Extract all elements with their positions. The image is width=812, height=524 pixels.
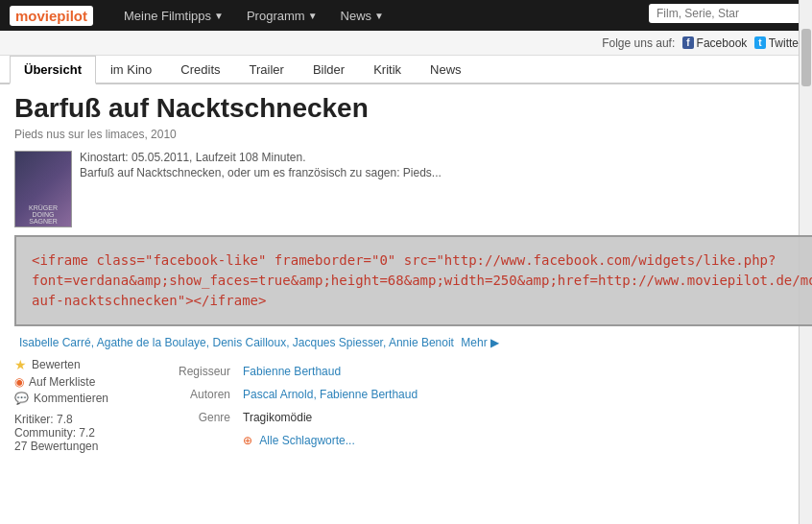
star-icon: ★ bbox=[14, 357, 27, 372]
nav-programm[interactable]: Programm ▼ bbox=[235, 0, 329, 31]
main-nav: Meine Filmtipps ▼ Programm ▼ News ▼ bbox=[112, 0, 395, 31]
regisseur-value: Fabienne Berthaud bbox=[243, 365, 418, 384]
bottom-section: ★ Bewerten ◉ Auf Merkliste 💬 Kommentiere… bbox=[14, 357, 812, 453]
cast-section: Isabelle Carré, Agathe de la Boulaye, De… bbox=[14, 336, 812, 349]
iframe-code-overlay: <iframe class="facebook-like" frameborde… bbox=[14, 235, 812, 326]
kinostart-text: Kinostart: 05.05.2011, Laufzeit 108 Minu… bbox=[80, 151, 442, 164]
social-bar: Folge uns auf: f Facebook t Twitter bbox=[0, 31, 812, 56]
comment-icon: 💬 bbox=[14, 392, 29, 405]
bewertungen-count: 27 Bewertungen bbox=[14, 440, 130, 453]
site-logo[interactable]: moviepilot bbox=[10, 6, 93, 26]
schlagworte-link[interactable]: Alle Schlagworte... bbox=[259, 434, 354, 447]
movie-poster: KRÜGER DOING SAGNER bbox=[14, 151, 72, 227]
nav-news[interactable]: News ▼ bbox=[329, 0, 395, 31]
details-grid: Regisseur Fabienne Berthaud Autoren Pasc… bbox=[139, 365, 418, 453]
regisseur-label: Regisseur bbox=[139, 365, 235, 384]
chevron-down-icon: ▼ bbox=[308, 11, 318, 21]
autoren-label: Autoren bbox=[139, 388, 235, 407]
bewerten-button[interactable]: ★ Bewerten bbox=[14, 357, 130, 372]
facebook-icon: f bbox=[682, 36, 693, 49]
cast-more-link[interactable]: Mehr ▶ bbox=[461, 336, 499, 349]
genre-label: Genre bbox=[139, 411, 235, 430]
tab-credits[interactable]: Credits bbox=[166, 56, 234, 84]
tab-ubersicht[interactable]: Übersicht bbox=[10, 56, 96, 84]
tab-kritik[interactable]: Kritik bbox=[359, 56, 416, 84]
kommentieren-button[interactable]: 💬 Kommentieren bbox=[14, 392, 130, 405]
tab-bilder[interactable]: Bilder bbox=[299, 56, 359, 84]
community-rating: Community: 7.2 bbox=[14, 426, 130, 440]
movie-title: Barfuß auf Nacktschnecken bbox=[14, 94, 812, 124]
facebook-link[interactable]: f Facebook bbox=[682, 36, 747, 50]
left-content: Barfuß auf Nacktschnecken Pieds nus sur … bbox=[0, 84, 812, 463]
nav-filmtipps[interactable]: Meine Filmtipps ▼ bbox=[112, 0, 235, 31]
iframe-code-text: <iframe class="facebook-like" frameborde… bbox=[32, 252, 812, 308]
twitter-link[interactable]: t Twitter bbox=[754, 36, 802, 50]
follow-label: Folge uns auf: bbox=[602, 36, 675, 50]
merkliste-button[interactable]: ◉ Auf Merkliste bbox=[14, 375, 130, 389]
schlagworte-link-container: ⊕ Alle Schlagworte... bbox=[243, 434, 418, 453]
logo-movie: movie bbox=[15, 8, 57, 24]
info-bar: KRÜGER DOING SAGNER Kinostart: 05.05.201… bbox=[14, 151, 812, 227]
action-buttons: ★ Bewerten ◉ Auf Merkliste 💬 Kommentiere… bbox=[14, 357, 130, 405]
movie-subtitle: Pieds nus sur les limaces, 2010 bbox=[14, 128, 812, 141]
actions-ratings: ★ Bewerten ◉ Auf Merkliste 💬 Kommentiere… bbox=[14, 357, 130, 453]
schlagworte-spacer bbox=[139, 434, 235, 453]
bookmark-icon: ◉ bbox=[14, 375, 24, 389]
search-input[interactable] bbox=[649, 4, 802, 23]
cast-names[interactable]: Isabelle Carré, Agathe de la Boulaye, De… bbox=[19, 336, 454, 349]
kritiker-rating: Kritiker: 7.8 bbox=[14, 413, 130, 426]
chevron-down-icon: ▼ bbox=[214, 11, 224, 21]
main-content: Barfuß auf Nacktschnecken Pieds nus sur … bbox=[0, 84, 812, 463]
autoren-value: Pascal Arnold, Fabienne Berthaud bbox=[243, 388, 418, 407]
genre-value: Tragikomödie bbox=[243, 411, 418, 430]
tab-im-kino[interactable]: im Kino bbox=[96, 56, 166, 84]
tab-trailer[interactable]: Trailer bbox=[235, 56, 299, 84]
twitter-icon: t bbox=[754, 36, 765, 49]
regisseur-link[interactable]: Fabienne Berthaud bbox=[243, 365, 341, 378]
top-nav: moviepilot Meine Filmtipps ▼ Programm ▼ … bbox=[0, 0, 812, 31]
tab-bar: Übersicht im Kino Credits Trailer Bilder… bbox=[0, 56, 812, 84]
schlagworte-icon: ⊕ bbox=[243, 434, 252, 447]
rating-section: Kritiker: 7.8 Community: 7.2 27 Bewertun… bbox=[14, 413, 130, 453]
tab-news[interactable]: News bbox=[416, 56, 476, 84]
logo-pilot: pilot bbox=[57, 8, 87, 24]
movie-info-text: Kinostart: 05.05.2011, Laufzeit 108 Minu… bbox=[80, 151, 442, 181]
chevron-down-icon: ▼ bbox=[374, 11, 384, 21]
description-text: Barfuß auf Nacktschnecken, oder um es fr… bbox=[80, 166, 442, 179]
autoren-link[interactable]: Pascal Arnold, Fabienne Berthaud bbox=[243, 388, 418, 401]
scrollbar-thumb[interactable] bbox=[801, 29, 811, 86]
